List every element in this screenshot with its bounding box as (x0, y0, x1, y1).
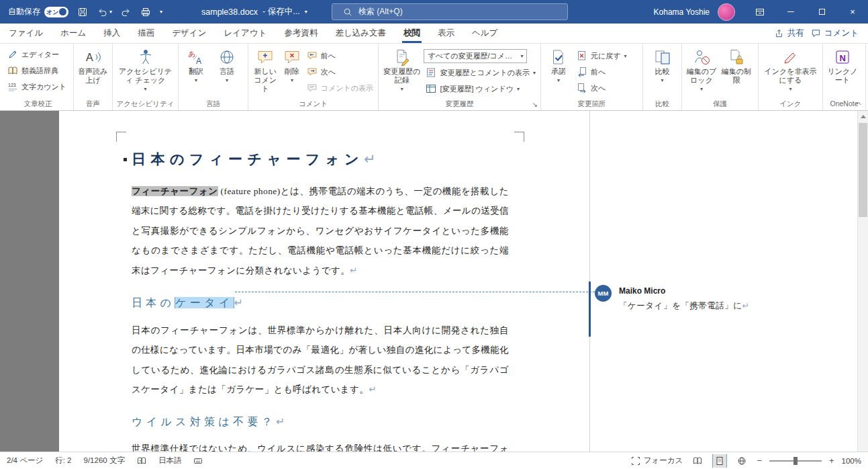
word-count-button[interactable]: 123 文字カウント (5, 80, 70, 93)
read-aloud-button[interactable]: A 音声読み上げ (77, 46, 109, 99)
account-name[interactable]: Kohama Yoshie (654, 7, 710, 17)
accept-button[interactable]: 承諾 ▾ (544, 46, 573, 99)
paragraph-1[interactable]: フィーチャーフォン (feature phone)とは、携帯電話の端末のうち、一… (132, 181, 509, 280)
scroll-up-button[interactable] (858, 111, 868, 122)
new-comment-button[interactable]: 新しいコメント (251, 46, 279, 99)
collapse-ribbon-button[interactable] (855, 101, 862, 106)
language-indicator[interactable]: 日本語 (158, 456, 182, 466)
zoom-slider-thumb[interactable] (793, 457, 798, 465)
highlighted-term[interactable]: フィーチャーフォン (132, 186, 218, 196)
show-comments-button[interactable]: コメントの表示 (305, 81, 375, 95)
linked-notes-button[interactable]: N リンクノート (826, 46, 859, 99)
customize-qat-button[interactable]: ▾ (160, 9, 162, 15)
tab-help[interactable]: ヘルプ (463, 24, 506, 43)
ribbon-display-options-button[interactable] (744, 0, 775, 24)
markup-display-combobox[interactable]: すべての変更履歴/コメ… ▾ (424, 49, 527, 63)
word-window: 自動保存 オン ▾ ▾ sam (0, 0, 868, 469)
paragraph-2[interactable]: 日本のフィーチャーフォンは、世界標準からかけ離れた、日本人向けに開発された独自の… (132, 321, 509, 400)
tab-view[interactable]: 表示 (429, 24, 463, 43)
reviewing-pane-button[interactable]: [変更履歴] ウィンドウ ▾ (424, 82, 538, 95)
tab-layout[interactable]: レイアウト (215, 24, 275, 43)
comments-button[interactable]: コメント (811, 28, 859, 39)
account-avatar[interactable] (718, 3, 735, 21)
svg-text:あ: あ (188, 50, 195, 58)
block-authors-button[interactable]: 編集のブロック ▾ (685, 46, 718, 99)
print-button[interactable] (140, 7, 151, 17)
web-layout-button[interactable] (734, 454, 749, 468)
autosave-switch[interactable]: オン (44, 7, 68, 17)
show-markup-button[interactable]: 変更履歴とコメントの表示 ▾ (424, 66, 538, 79)
group-label-accessibility: アクセシビリティ (113, 99, 178, 110)
reject-button[interactable]: 元に戻す ▾ (575, 49, 629, 62)
share-button[interactable]: 共有 (774, 28, 804, 39)
tab-references[interactable]: 参考資料 (275, 24, 326, 43)
document-heading-2[interactable]: 日本のケータイ↵ (132, 294, 243, 312)
globe-icon (218, 48, 236, 66)
zoom-in-button[interactable]: + (829, 456, 834, 465)
minimize-button[interactable] (775, 0, 806, 24)
word-count-indicator[interactable]: 9/1260 文字 (84, 456, 125, 466)
line-indicator[interactable]: 行: 2 (55, 456, 71, 466)
heading-2-prefix: 日本の (132, 297, 175, 308)
accessibility-check-button[interactable]: アクセシビリティ チェック ▾ (115, 46, 175, 99)
search-box[interactable]: 検索 (Alt+Q) (332, 3, 568, 20)
paragraph-mark: ↵ (364, 151, 376, 167)
keyboard-status-button[interactable] (193, 456, 203, 466)
print-layout-button[interactable] (712, 454, 727, 468)
tab-mailings[interactable]: 差し込み文書 (326, 24, 395, 43)
next-change-button[interactable]: 次へ (575, 81, 629, 95)
comment-text[interactable]: 「ケータイ」を「携帯電話」に (619, 301, 742, 310)
page-indicator[interactable]: 2/4 ページ (7, 456, 43, 466)
redo-button[interactable] (121, 7, 132, 17)
search-placeholder: 検索 (Alt+Q) (358, 6, 403, 17)
paragraph-3[interactable]: 世界標準仕様ではないため、ウイルスに感染する危険性は低いです。フィーチャーフォン… (132, 439, 509, 452)
document-heading-1[interactable]: 日本のフィーチャーフォン ↵ (124, 150, 376, 169)
comment-avatar[interactable]: MM (595, 285, 612, 302)
editor-button[interactable]: エディター (5, 48, 70, 61)
proofing-status-button[interactable] (137, 456, 146, 466)
save-button[interactable] (77, 7, 88, 17)
language-button[interactable]: 言語 ▾ (212, 46, 242, 99)
thesaurus-button[interactable]: 類義語辞典 (5, 64, 70, 77)
autosave-toggle[interactable]: 自動保存 オン (8, 6, 68, 17)
tab-file[interactable]: ファイル (0, 24, 52, 43)
next-comment-icon (307, 67, 318, 77)
new-comment-label: 新しいコメント (251, 67, 279, 93)
hide-ink-button[interactable]: インクを非表示にする ▾ (763, 46, 819, 99)
restrict-editing-button[interactable]: 編集の制限 (720, 46, 753, 99)
chevron-down-icon: ▾ (144, 86, 146, 92)
delete-comment-icon (283, 48, 301, 66)
delete-comment-button[interactable]: 削除 ▾ (281, 46, 303, 99)
search-icon (343, 7, 352, 17)
comments-label: コメント (824, 28, 859, 39)
read-mode-button[interactable] (690, 454, 705, 468)
document-heading-3[interactable]: ウイルス対策は不要？↵ (132, 413, 285, 431)
selected-text[interactable]: ケータイ (175, 297, 234, 308)
tab-insert[interactable]: 挿入 (95, 24, 129, 43)
previous-comment-button[interactable]: 前へ (305, 49, 375, 62)
undo-button[interactable]: ▾ (97, 7, 112, 17)
translate-button[interactable]: あA 翻訳 ▾ (181, 46, 211, 99)
previous-change-button[interactable]: 前へ (575, 65, 629, 79)
document-title-bar[interactable]: sample38.docx - 保存中... ▾ (201, 6, 307, 17)
scrollbar-thumb[interactable] (859, 123, 867, 217)
comment-card[interactable]: MM Maiko Micro 「ケータイ」を「携帯電話」に↵ (595, 284, 850, 325)
vertical-scrollbar[interactable] (857, 111, 868, 452)
tab-home[interactable]: ホーム (52, 24, 95, 43)
zoom-out-button[interactable]: − (757, 456, 762, 465)
zoom-slider[interactable] (769, 460, 822, 462)
zoom-level[interactable]: 100% (842, 457, 861, 465)
document-page[interactable]: 日本のフィーチャーフォン ↵ フィーチャーフォン (feature phone)… (59, 111, 589, 452)
chevron-down-icon: ▾ (160, 9, 162, 15)
tab-review[interactable]: 校閲 (395, 24, 429, 43)
tracking-dialog-launcher[interactable]: ↘ (532, 101, 538, 109)
track-changes-button[interactable]: 変更履歴の記録 ▾ (381, 46, 422, 99)
close-button[interactable]: × (837, 0, 868, 24)
compare-button[interactable]: 比較 ▾ (646, 46, 679, 99)
maximize-button[interactable] (806, 0, 837, 24)
tab-design[interactable]: デザイン (163, 24, 215, 43)
focus-mode-button[interactable]: フォーカス (631, 456, 683, 466)
next-comment-button[interactable]: 次へ (305, 65, 375, 79)
paragraph-mark: ↵ (234, 296, 243, 309)
tab-draw[interactable]: 描画 (129, 24, 163, 43)
